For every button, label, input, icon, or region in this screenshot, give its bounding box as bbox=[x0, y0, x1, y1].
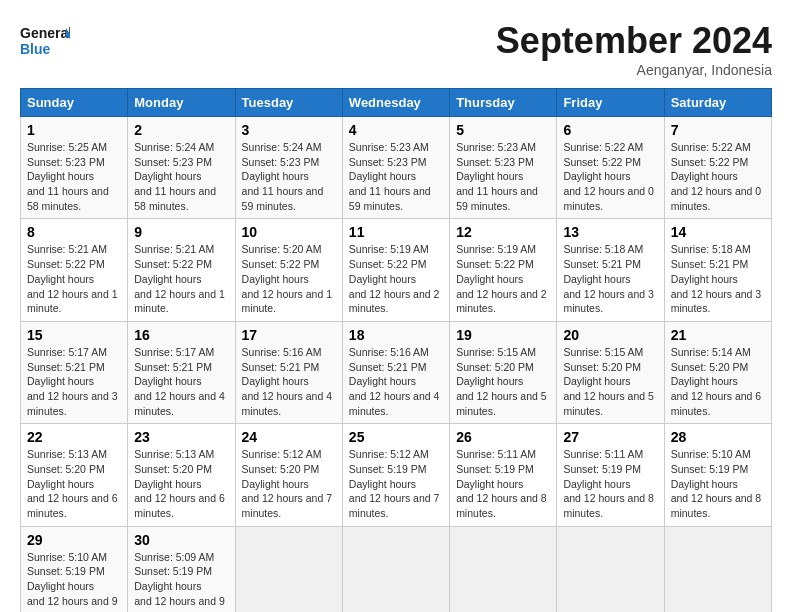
calendar-week-2: 8Sunrise: 5:21 AMSunset: 5:22 PMDaylight… bbox=[21, 219, 772, 321]
calendar-week-5: 29Sunrise: 5:10 AMSunset: 5:19 PMDayligh… bbox=[21, 526, 772, 612]
calendar-cell-30: 30Sunrise: 5:09 AMSunset: 5:19 PMDayligh… bbox=[128, 526, 235, 612]
calendar-cell-4: 4Sunrise: 5:23 AMSunset: 5:23 PMDaylight… bbox=[342, 117, 449, 219]
col-header-tuesday: Tuesday bbox=[235, 89, 342, 117]
calendar-cell-empty bbox=[450, 526, 557, 612]
calendar-cell-22: 22Sunrise: 5:13 AMSunset: 5:20 PMDayligh… bbox=[21, 424, 128, 526]
calendar-cell-17: 17Sunrise: 5:16 AMSunset: 5:21 PMDayligh… bbox=[235, 321, 342, 423]
page-header: General Blue September 2024 Aenganyar, I… bbox=[20, 20, 772, 78]
col-header-saturday: Saturday bbox=[664, 89, 771, 117]
title-area: September 2024 Aenganyar, Indonesia bbox=[496, 20, 772, 78]
calendar-cell-27: 27Sunrise: 5:11 AMSunset: 5:19 PMDayligh… bbox=[557, 424, 664, 526]
calendar-week-4: 22Sunrise: 5:13 AMSunset: 5:20 PMDayligh… bbox=[21, 424, 772, 526]
col-header-monday: Monday bbox=[128, 89, 235, 117]
calendar-cell-10: 10Sunrise: 5:20 AMSunset: 5:22 PMDayligh… bbox=[235, 219, 342, 321]
calendar-cell-21: 21Sunrise: 5:14 AMSunset: 5:20 PMDayligh… bbox=[664, 321, 771, 423]
calendar-cell-empty bbox=[664, 526, 771, 612]
calendar-cell-5: 5Sunrise: 5:23 AMSunset: 5:23 PMDaylight… bbox=[450, 117, 557, 219]
col-header-thursday: Thursday bbox=[450, 89, 557, 117]
calendar-cell-empty bbox=[342, 526, 449, 612]
svg-text:General: General bbox=[20, 25, 70, 41]
calendar-cell-13: 13Sunrise: 5:18 AMSunset: 5:21 PMDayligh… bbox=[557, 219, 664, 321]
calendar-cell-2: 2Sunrise: 5:24 AMSunset: 5:23 PMDaylight… bbox=[128, 117, 235, 219]
calendar-table: SundayMondayTuesdayWednesdayThursdayFrid… bbox=[20, 88, 772, 612]
calendar-cell-empty bbox=[557, 526, 664, 612]
calendar-cell-29: 29Sunrise: 5:10 AMSunset: 5:19 PMDayligh… bbox=[21, 526, 128, 612]
calendar-cell-24: 24Sunrise: 5:12 AMSunset: 5:20 PMDayligh… bbox=[235, 424, 342, 526]
logo: General Blue bbox=[20, 20, 70, 60]
calendar-cell-1: 1Sunrise: 5:25 AMSunset: 5:23 PMDaylight… bbox=[21, 117, 128, 219]
calendar-cell-18: 18Sunrise: 5:16 AMSunset: 5:21 PMDayligh… bbox=[342, 321, 449, 423]
month-title: September 2024 bbox=[496, 20, 772, 62]
calendar-cell-20: 20Sunrise: 5:15 AMSunset: 5:20 PMDayligh… bbox=[557, 321, 664, 423]
calendar-cell-14: 14Sunrise: 5:18 AMSunset: 5:21 PMDayligh… bbox=[664, 219, 771, 321]
calendar-cell-16: 16Sunrise: 5:17 AMSunset: 5:21 PMDayligh… bbox=[128, 321, 235, 423]
calendar-cell-9: 9Sunrise: 5:21 AMSunset: 5:22 PMDaylight… bbox=[128, 219, 235, 321]
calendar-cell-11: 11Sunrise: 5:19 AMSunset: 5:22 PMDayligh… bbox=[342, 219, 449, 321]
calendar-cell-25: 25Sunrise: 5:12 AMSunset: 5:19 PMDayligh… bbox=[342, 424, 449, 526]
svg-text:Blue: Blue bbox=[20, 41, 51, 57]
col-header-friday: Friday bbox=[557, 89, 664, 117]
col-header-sunday: Sunday bbox=[21, 89, 128, 117]
logo-svg: General Blue bbox=[20, 20, 70, 60]
col-header-wednesday: Wednesday bbox=[342, 89, 449, 117]
calendar-week-1: 1Sunrise: 5:25 AMSunset: 5:23 PMDaylight… bbox=[21, 117, 772, 219]
calendar-cell-28: 28Sunrise: 5:10 AMSunset: 5:19 PMDayligh… bbox=[664, 424, 771, 526]
calendar-cell-3: 3Sunrise: 5:24 AMSunset: 5:23 PMDaylight… bbox=[235, 117, 342, 219]
calendar-header-row: SundayMondayTuesdayWednesdayThursdayFrid… bbox=[21, 89, 772, 117]
calendar-cell-7: 7Sunrise: 5:22 AMSunset: 5:22 PMDaylight… bbox=[664, 117, 771, 219]
calendar-cell-empty bbox=[235, 526, 342, 612]
calendar-cell-12: 12Sunrise: 5:19 AMSunset: 5:22 PMDayligh… bbox=[450, 219, 557, 321]
calendar-cell-26: 26Sunrise: 5:11 AMSunset: 5:19 PMDayligh… bbox=[450, 424, 557, 526]
subtitle: Aenganyar, Indonesia bbox=[496, 62, 772, 78]
calendar-cell-15: 15Sunrise: 5:17 AMSunset: 5:21 PMDayligh… bbox=[21, 321, 128, 423]
calendar-cell-8: 8Sunrise: 5:21 AMSunset: 5:22 PMDaylight… bbox=[21, 219, 128, 321]
calendar-week-3: 15Sunrise: 5:17 AMSunset: 5:21 PMDayligh… bbox=[21, 321, 772, 423]
calendar-cell-6: 6Sunrise: 5:22 AMSunset: 5:22 PMDaylight… bbox=[557, 117, 664, 219]
calendar-cell-19: 19Sunrise: 5:15 AMSunset: 5:20 PMDayligh… bbox=[450, 321, 557, 423]
calendar-cell-23: 23Sunrise: 5:13 AMSunset: 5:20 PMDayligh… bbox=[128, 424, 235, 526]
